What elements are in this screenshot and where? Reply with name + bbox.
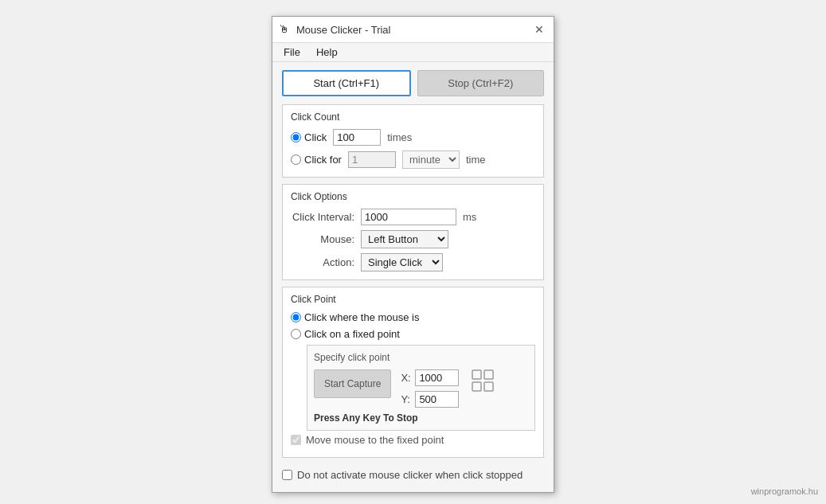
close-button[interactable]: ✕ [531, 21, 547, 37]
fixed-point-text: Click on a fixed point [304, 328, 400, 340]
no-activate-checkbox[interactable] [282, 470, 292, 480]
y-input[interactable] [415, 391, 459, 408]
move-mouse-checkbox[interactable] [291, 435, 301, 445]
window-body: Start (Ctrl+F1) Stop (Ctrl+F2) Click Cou… [272, 62, 554, 492]
application-window: 🖱 Mouse Clicker - Trial ✕ File Help Star… [272, 16, 554, 493]
crosshair-icon [472, 369, 494, 397]
x-row: X: [401, 369, 459, 386]
start-button[interactable]: Start (Ctrl+F1) [282, 70, 411, 96]
specify-title: Specify click point [314, 352, 528, 363]
watermark: winprogramok.hu [751, 486, 818, 496]
interval-unit: ms [463, 211, 476, 223]
title-bar: 🖱 Mouse Clicker - Trial ✕ [272, 17, 554, 43]
window-title: Mouse Clicker - Trial [296, 24, 390, 36]
start-capture-button[interactable]: Start Capture [314, 369, 391, 398]
mouse-row: Mouse: Left Button Right Button Middle B… [291, 230, 535, 248]
interval-row: Click Interval: ms [291, 209, 535, 225]
click-radio[interactable] [291, 132, 301, 143]
action-label: Action: [291, 256, 354, 268]
coords-row: Start Capture X: Y: [314, 369, 528, 408]
where-mouse-text: Click where the mouse is [304, 311, 420, 323]
svg-rect-3 [484, 382, 493, 391]
svg-rect-1 [484, 370, 493, 379]
mouse-label: Mouse: [291, 233, 354, 245]
click-count-section: Click Count Click times Click for minute [282, 104, 544, 178]
action-select[interactable]: Single Click Double Click [361, 253, 443, 272]
xy-fields: X: Y: [401, 369, 459, 408]
mouse-select[interactable]: Left Button Right Button Middle Button [361, 230, 448, 248]
fixed-point-row: Click on a fixed point [291, 328, 535, 340]
move-mouse-row: Move mouse to the fixed point [291, 431, 535, 449]
x-label: X: [401, 372, 412, 384]
click-for-suffix: time [466, 154, 486, 166]
no-activate-row: Do not activate mouse clicker when click… [282, 464, 544, 483]
where-mouse-label[interactable]: Click where the mouse is [291, 311, 420, 323]
specify-click-point-box: Specify click point Start Capture X: Y: [307, 345, 535, 431]
click-for-radio[interactable] [291, 154, 301, 165]
toolbar-row: Start (Ctrl+F1) Stop (Ctrl+F2) [282, 70, 544, 96]
move-mouse-label: Move mouse to the fixed point [306, 434, 444, 446]
y-row: Y: [401, 391, 459, 408]
app-icon: 🖱 [279, 23, 292, 36]
click-options-title: Click Options [291, 191, 535, 202]
interval-label: Click Interval: [291, 211, 354, 223]
click-options-section: Click Options Click Interval: ms Mouse: … [282, 184, 544, 280]
menu-help[interactable]: Help [310, 45, 344, 60]
action-row: Action: Single Click Double Click [291, 253, 535, 272]
click-count-title: Click Count [291, 111, 535, 123]
stop-button[interactable]: Stop (Ctrl+F2) [417, 70, 545, 96]
click-times-row: Click times [291, 129, 535, 146]
where-mouse-radio[interactable] [291, 312, 301, 322]
fixed-point-radio[interactable] [291, 329, 301, 339]
title-bar-left: 🖱 Mouse Clicker - Trial [279, 23, 390, 36]
y-label: Y: [401, 393, 412, 405]
interval-input[interactable] [361, 209, 456, 225]
click-for-radio-text: Click for [304, 154, 342, 166]
click-times-unit: times [387, 131, 412, 143]
click-for-row: Click for minute second hour time [291, 150, 535, 169]
x-input[interactable] [415, 369, 459, 386]
menu-bar: File Help [272, 43, 554, 62]
click-point-section: Click Point Click where the mouse is Cli… [282, 287, 544, 458]
click-for-input[interactable] [348, 151, 396, 168]
svg-rect-2 [472, 382, 481, 391]
menu-file[interactable]: File [277, 45, 307, 60]
click-point-title: Click Point [291, 294, 535, 305]
svg-rect-0 [472, 370, 481, 379]
no-activate-label: Do not activate mouse clicker when click… [297, 469, 523, 481]
press-hint: Press Any Key To Stop [314, 412, 528, 424]
click-for-radio-label[interactable]: Click for [291, 154, 342, 166]
where-mouse-row: Click where the mouse is [291, 311, 535, 323]
click-radio-label[interactable]: Click [291, 131, 327, 143]
click-for-unit-select[interactable]: minute second hour [402, 150, 460, 169]
click-radio-text: Click [304, 131, 327, 143]
fixed-point-label[interactable]: Click on a fixed point [291, 328, 400, 340]
click-times-input[interactable] [333, 129, 381, 146]
